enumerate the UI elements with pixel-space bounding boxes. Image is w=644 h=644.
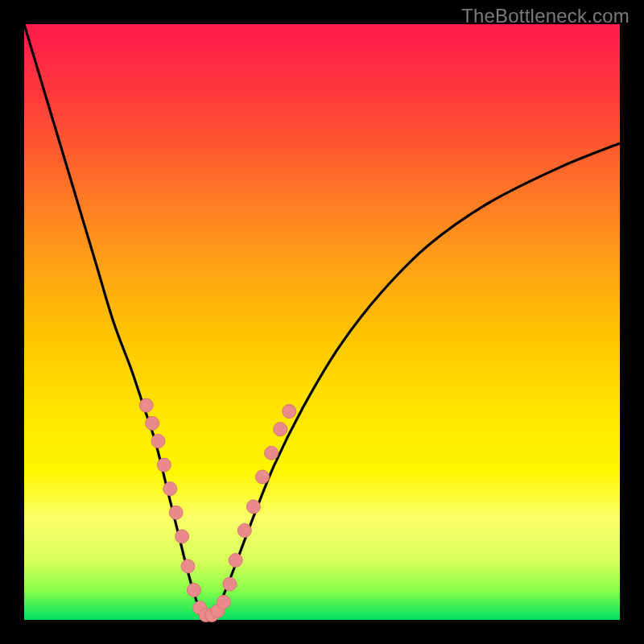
chart-svg — [24, 24, 620, 620]
marker-point — [274, 423, 287, 436]
highlight-markers — [139, 398, 296, 621]
marker-point — [217, 595, 230, 609]
marker-point — [181, 559, 195, 573]
bottleneck-curve — [24, 24, 620, 617]
marker-point — [237, 524, 251, 538]
marker-point — [139, 398, 153, 412]
marker-point — [146, 416, 159, 430]
marker-point — [175, 530, 189, 543]
marker-point — [163, 482, 177, 496]
marker-point — [151, 435, 165, 448]
marker-point — [265, 446, 279, 460]
marker-point — [187, 584, 200, 597]
marker-point — [283, 405, 296, 419]
marker-point — [229, 554, 242, 568]
marker-point — [223, 577, 237, 591]
marker-point — [256, 470, 270, 484]
marker-point — [246, 500, 260, 514]
plot-area — [24, 24, 620, 620]
chart-stage: TheBottleneck.com — [0, 0, 644, 644]
marker-point — [157, 458, 171, 472]
marker-point — [169, 506, 183, 519]
